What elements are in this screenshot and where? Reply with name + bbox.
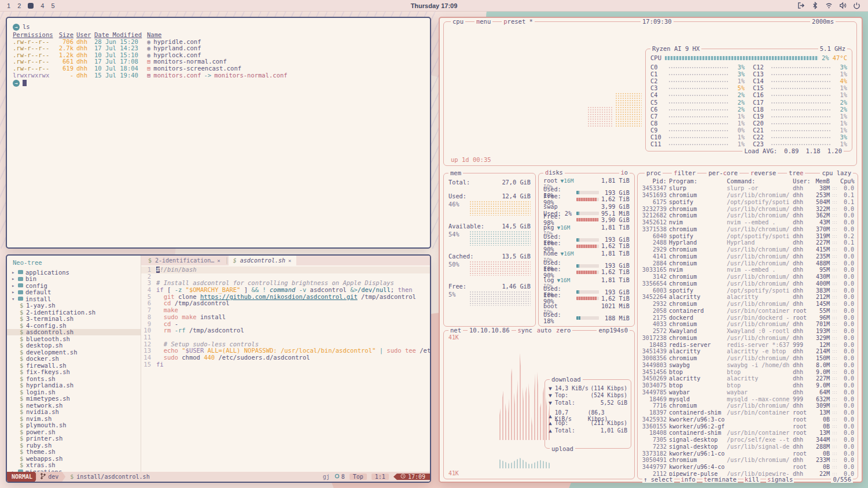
proc-row-6003[interactable]: 6003spotify/opt/spotify/spotidhh383M0.0 [641,287,854,294]
tree-item-bin[interactable]: ▸bin [12,276,141,283]
btop-tab-1[interactable]: menu [475,18,492,25]
tree-item-printer.sh[interactable]: $printer.sh [12,435,141,442]
proc-row-6040[interactable]: 6040spotify/opt/spotify/spotidhh319M0.2 [641,232,854,239]
neovim-window[interactable]: Neo-tree ▸applications▸bin▸config▸defaul… [6,254,431,483]
proc-row-3452612[interactable]: 3452612nvimnvim --embed .dhh43M0.0 [641,219,854,226]
tree-item-mimetypes.sh[interactable]: $mimetypes.sh [12,395,141,402]
tree-item-network.sh[interactable]: $network.sh [12,402,141,409]
tree-item-docker.sh[interactable]: $docker.sh [12,356,141,363]
tree-item-fix-fkeys.sh[interactable]: $fix-fkeys.sh [12,369,141,376]
proc-row-3034075[interactable]: 3034075btopbtopdhh9.0M0.0 [641,382,854,389]
proc-row-3452264[interactable]: 3452264alacrittyalacrittydhh212M0.0 [641,294,854,301]
power-icon[interactable] [853,2,861,10]
logout-icon[interactable] [797,2,806,10]
net-option-1[interactable]: auto [537,327,551,334]
proc-tab-0[interactable]: proc [645,169,663,176]
proc-option-3[interactable]: kill [744,476,760,483]
proc-row-4141[interactable]: 4141chromium/usr/lib/chromium/dhh235M0.0 [641,253,854,260]
proc-row-3451693[interactable]: 3451693chromium/usr/lib/chromium/dhh253M… [641,192,854,199]
proc-row-3142[interactable]: 3142chromium/usr/lib/chromium/dhh430M0.0 [641,273,854,280]
editor-tab-2-identification…[interactable]: $2-identification…× [144,256,225,265]
proc-row-3451456[interactable]: 3451456btopbtopdhh9.0M0.0 [641,368,854,375]
tree-item-development.sh[interactable]: $development.sh [12,349,141,356]
proc-row-3008356[interactable]: 3008356chromium/usr/lib/chromium/dhh150M… [641,355,854,362]
tree-item-nvidia.sh[interactable]: $nvidia.sh [12,409,141,416]
update-interval[interactable]: 2000ms [810,18,836,25]
proc-row-18408[interactable]: 18408containerd-shim/usr/bin/containerro… [641,430,854,437]
proc-row-2932[interactable]: 2932chromium/usr/lib/chromium/dhh145M0.0 [641,301,854,308]
btop-tab-0[interactable]: cpu [451,18,465,25]
proc-row-3050491[interactable]: 3050491chromium/usr/lib/chromium/dhh233M… [641,457,854,464]
proc-row-18397[interactable]: 18397containerd-shim/usr/bin/containerro… [641,409,854,416]
tab-close-icon[interactable]: × [217,258,220,264]
proc-row-6175[interactable]: 6175spotify/opt/spotify/spotidhh504M0.1 [641,199,854,206]
proc-row-7716[interactable]: 7716chromium/usr/lib/chromium/dhh309M0.0 [641,402,854,409]
proc-row-3449803[interactable]: 3449803swaybgswaybg -i /home/dhdhh8.0M0.… [641,362,854,369]
tree-item-hyprlandia.sh[interactable]: $hyprlandia.sh [12,382,141,389]
tree-item-install[interactable]: ▾install [12,295,141,302]
tree-item-applications[interactable]: ▸applications [12,269,141,276]
proc-row-2175[interactable]: 2175dockerd/usr/bin/dockerd -root96M0.0 [641,314,854,321]
proc-tab-4[interactable]: tree [787,169,805,176]
bluetooth-icon[interactable] [811,2,819,10]
tree-item-asdcontrol.sh[interactable]: $asdcontrol.sh [7,329,141,336]
tab-close-icon[interactable]: × [288,258,291,264]
workspace-5[interactable]: 5 [51,2,54,9]
editor-tab-asdcontrol.sh[interactable]: $asdcontrol.sh× [229,256,296,265]
tree-item-firewall.sh[interactable]: $firewall.sh [12,362,141,369]
proc-row-3371538[interactable]: 3371538chromium/usr/lib/chromium/dhh370M… [641,226,854,233]
tree-item-config[interactable]: ▸config [12,282,141,289]
proc-tab-2[interactable]: per-core [707,169,740,176]
proc-row-18483[interactable]: 18483redis-serverredis-server *:63799912… [641,341,854,348]
proc-row-3449785[interactable]: 3449785waybarwaybardhh64M0.0 [641,389,854,396]
proc-option-0[interactable]: ↑ select [642,476,674,483]
proc-row-18469[interactable]: 18469mysqldmysqld --max-conne999632M0.0 [641,395,854,402]
workspace-3[interactable] [28,3,34,9]
workspace-1[interactable]: 1 [7,2,10,9]
mem-title[interactable]: mem [448,169,463,176]
btop-window[interactable]: cpumenupreset * 17:09:30 2000ms Ryzen AI… [439,17,863,483]
workspace-4[interactable]: 4 [41,2,44,9]
network-icon[interactable] [825,2,833,10]
volume-icon[interactable] [839,2,847,10]
proc-row-3453347[interactable]: 3453347slurpslurp -ordhh38M0.0 [641,185,854,192]
proc-row-3356654[interactable]: 3356654chromium/usr/lib/chromium/dhh400M… [641,280,854,287]
proc-row-3373182[interactable]: 3373182kworker/u96:1-coroot0B0.0 [641,450,854,457]
tree-item-ruby.sh[interactable]: $ruby.sh [12,442,141,449]
tree-item-power.sh[interactable]: $power.sh [12,428,141,435]
proc-row-3232739[interactable]: 3232739chromium/usr/lib/chromium/dhh322M… [641,205,854,212]
tree-item-xtras.sh[interactable]: $xtras.sh [12,462,141,469]
tree-item-theme.sh[interactable]: $theme.sh [12,449,141,456]
proc-row-3212682[interactable]: 3212682chromium/usr/lib/chromium/dhh362M… [641,212,854,219]
proc-option-1[interactable]: info [680,476,697,483]
proc-row-2488[interactable]: 2488HyprlandHyprlanddhh227M0.1 [641,239,854,246]
tree-item-login.sh[interactable]: $login.sh [12,389,141,395]
proc-row-3017238[interactable]: 3017238chromium/usr/lib/chromium/dhh329M… [641,335,854,342]
proc-tab-3[interactable]: reverse [749,169,778,176]
tree-item-plymouth.sh[interactable]: $plymouth.sh [12,422,141,429]
net-title[interactable]: net [448,327,463,334]
code-buffer[interactable]: 1#!/bin/bash23# Install asdcontrol for c… [141,265,430,472]
terminal-ls-window[interactable]: → ls PermissionsSizeUserDate ModifiedNam… [6,17,431,249]
proc-row-7305[interactable]: 7305signal-desktop/proc/self/exe --tdhh3… [641,437,854,443]
tree-item-fonts.sh[interactable]: $fonts.sh [12,375,141,382]
tree-item-bluetooth.sh[interactable]: $bluetooth.sh [12,335,141,342]
tree-item-nvim.sh[interactable]: $nvim.sh [12,415,141,422]
proc-row-3450269[interactable]: 3450269alacrittyalacrittydhh227M0.0 [641,375,854,382]
proc-option-2[interactable]: terminate [703,476,738,483]
disks-title[interactable]: disks [543,169,565,176]
tree-item-desktop.sh[interactable]: $desktop.sh [12,342,141,349]
tree-item-default[interactable]: ▸default [12,289,141,296]
proc-row-2884[interactable]: 2884chromium/usr/lib/chromium/dhh488M0.0 [641,260,854,267]
proc-row-3033165[interactable]: 3033165nvimnvim --embed .dhh95M0.0 [641,267,854,273]
proc-row-7232[interactable]: 7232signal-desktop/usr/lib/signal-dedhh2… [641,443,854,450]
proc-sort[interactable]: cpu lazy [820,169,853,176]
tree-item-1-yay.sh[interactable]: $1-yay.sh [12,302,141,309]
proc-row-2572[interactable]: 2572XwaylandXwayland :0 -rootldhh193M0.0 [641,328,854,335]
tree-item-3-terminal.sh[interactable]: $3-terminal.sh [12,316,141,323]
proc-row-2058[interactable]: 2058containerd/usr/bin/containerroot55M0… [641,308,854,315]
proc-row-3449797[interactable]: 3449797kworker/u96:4-coroot0B0.0 [641,464,854,471]
proc-row-3425932[interactable]: 3425932kworker/u96:3-coroot0B0.0 [641,416,854,423]
workspace-2[interactable]: 2 [17,2,21,9]
tree-item-2-identification.sh[interactable]: $2-identification.sh [12,309,141,316]
